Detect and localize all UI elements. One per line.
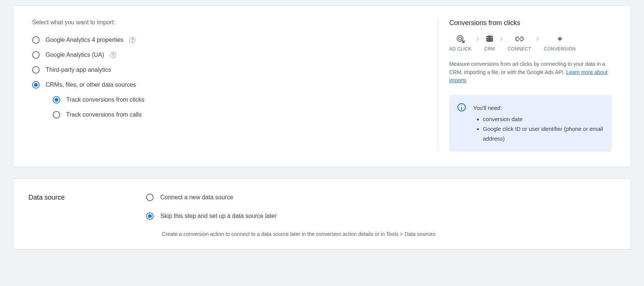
import-prompt: Select what you want to import: — [32, 19, 426, 26]
data-source-title: Data source — [28, 194, 146, 237]
info-icon — [457, 103, 466, 111]
data-source-body: Connect a new data source Skip this step… — [146, 194, 616, 237]
ad-click-icon — [456, 34, 465, 43]
option-third-party[interactable]: Third-party app analytics — [32, 66, 426, 74]
option-label: Track conversions from calls — [66, 111, 142, 118]
option-ga4[interactable]: Google Analytics 4 properties ? — [32, 36, 426, 44]
flow-step-crm: CRM — [484, 34, 495, 52]
flow-label: CRM — [484, 46, 495, 52]
import-options-column: Select what you want to import: Google A… — [32, 19, 438, 152]
preview-panel: Conversions from clicks AD CLICK CRM — [449, 19, 612, 152]
requirements-box: You'll need: conversion date Google clic… — [449, 95, 612, 152]
option-label: Connect a new data source — [160, 194, 233, 201]
database-icon — [485, 34, 494, 43]
conversion-flow: AD CLICK CRM CONNECT — [449, 34, 612, 52]
svg-point-2 — [487, 36, 493, 38]
ds-option-skip[interactable]: Skip this step and set up a data source … — [146, 212, 616, 220]
data-source-card: Data source Connect a new data source Sk… — [13, 178, 631, 249]
option-label: Third-party app analytics — [46, 67, 111, 73]
list-item: conversion date — [483, 114, 603, 124]
preview-title: Conversions from clicks — [449, 19, 612, 27]
radio-checked-icon[interactable] — [32, 81, 40, 89]
option-crm-files[interactable]: CRMs, files, or other data sources — [32, 81, 426, 89]
link-icon — [515, 34, 524, 43]
svg-point-3 — [487, 37, 493, 40]
option-label: Skip this step and set up a data source … — [160, 213, 277, 219]
flow-step-ad-click: AD CLICK — [449, 34, 471, 52]
option-label: Google Analytics 4 properties — [46, 37, 123, 43]
import-selection-card: Select what you want to import: Google A… — [13, 6, 631, 167]
preview-description: Measure conversions from ad clicks by co… — [449, 60, 612, 84]
radio-checked-icon[interactable] — [146, 212, 154, 220]
flow-label: CONVERSION — [544, 46, 576, 52]
flow-step-connect: CONNECT — [508, 34, 531, 52]
sub-option-calls[interactable]: Track conversions from calls — [53, 111, 426, 119]
option-label: Track conversions from clicks — [66, 96, 144, 103]
radio-unchecked-icon[interactable] — [146, 194, 154, 201]
option-label: CRMs, files, or other data sources — [46, 82, 136, 88]
chevron-right-icon — [499, 36, 504, 43]
list-item: Google click ID or user identifier (phon… — [483, 124, 603, 144]
data-source-hint: Create a conversion action to connect to… — [146, 231, 616, 237]
radio-unchecked-icon[interactable] — [32, 36, 40, 44]
flow-step-conversion: CONVERSION — [544, 34, 576, 52]
help-icon[interactable]: ? — [129, 37, 135, 43]
svg-point-4 — [487, 40, 493, 42]
radio-checked-icon[interactable] — [53, 96, 60, 104]
chevron-right-icon — [475, 36, 480, 43]
flow-label: AD CLICK — [449, 46, 471, 52]
help-icon[interactable]: ? — [110, 52, 116, 58]
ds-option-connect-new[interactable]: Connect a new data source — [146, 194, 616, 201]
radio-unchecked-icon[interactable] — [32, 66, 40, 74]
requirements-heading: You'll need: — [473, 103, 603, 113]
flow-label: CONNECT — [508, 46, 531, 52]
radio-unchecked-icon[interactable] — [32, 51, 40, 59]
chevron-right-icon — [535, 36, 540, 43]
option-label: Google Analytics (UA) — [46, 52, 104, 58]
requirements-list: conversion date Google click ID or user … — [473, 114, 603, 144]
radio-unchecked-icon[interactable] — [53, 111, 60, 119]
vertical-divider — [438, 19, 438, 152]
option-ga-ua[interactable]: Google Analytics (UA) ? — [32, 51, 426, 59]
requirements-body: You'll need: conversion date Google clic… — [473, 103, 603, 144]
sub-options: Track conversions from clicks Track conv… — [32, 96, 426, 119]
sub-option-clicks[interactable]: Track conversions from clicks — [53, 96, 426, 104]
sparkle-icon — [555, 34, 564, 43]
